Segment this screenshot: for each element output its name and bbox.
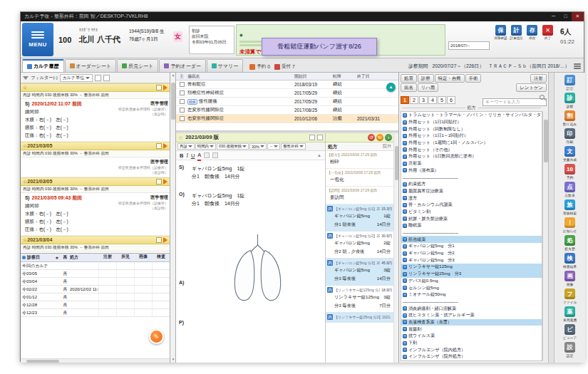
prescription-comment[interactable]: 【訪問】2021/03/09 17:29 前田 要訪問 bbox=[326, 187, 393, 204]
karte-entry-bar[interactable]: ☆ bbox=[21, 83, 170, 92]
tool-strip-button[interactable]: 処 処方歴 bbox=[564, 235, 575, 253]
attribute-select[interactable]: 時間内 bbox=[195, 143, 216, 150]
master-tree-item[interactable]: 抗ウイルス薬 bbox=[401, 333, 542, 340]
tool-strip-button[interactable]: 割 割り込み bbox=[563, 110, 577, 128]
prescription-item[interactable]: 内 【ギャバロン錠5mg 分2】2021/03/09 17… 30.6円 ギャバ… bbox=[326, 232, 393, 259]
menu-button[interactable]: MENU bbox=[22, 23, 53, 56]
attribute-select[interactable]: 再診 bbox=[177, 143, 195, 150]
master-tree-item[interactable]: 外用セット（1日1～2回貼付） bbox=[401, 133, 542, 140]
header-action-button[interactable]: 保 保険確認 bbox=[494, 25, 507, 40]
page-button[interactable]: 5 bbox=[438, 96, 446, 104]
prescription-comment[interactable]: 【処方】2021/03/09 17:29 前田 粉砕 bbox=[326, 151, 393, 169]
page-button[interactable]: 4 bbox=[428, 96, 437, 104]
entry-open-arrow-icon[interactable] bbox=[163, 143, 167, 149]
karte-unit-select[interactable]: カルテ単位 bbox=[60, 74, 93, 82]
tool-strip-button[interactable]: 診 診察 bbox=[564, 93, 575, 110]
page-button[interactable]: 2 bbox=[410, 96, 418, 104]
main-diagnosis-checkbox[interactable] bbox=[180, 90, 185, 95]
visit-history-row[interactable]: 令01/12 再 bbox=[21, 294, 170, 301]
filter-label[interactable]: フィルター(-) bbox=[31, 75, 58, 81]
prescription-action-button[interactable]: ↻ bbox=[376, 134, 383, 141]
master-category-button[interactable]: リハ用 bbox=[418, 83, 438, 92]
prescription-action-button[interactable]: ↺ bbox=[368, 134, 375, 141]
search-icon[interactable] bbox=[540, 95, 545, 100]
view-tab[interactable]: カルテ履歴 bbox=[22, 59, 64, 72]
underline-button[interactable]: U bbox=[191, 151, 195, 160]
scroll-top-button[interactable]: ▲ bbox=[386, 83, 396, 92]
master-category-button[interactable]: 注射 bbox=[530, 74, 547, 83]
star-view-icon[interactable] bbox=[103, 75, 110, 81]
master-category-button[interactable]: 特定・自費 bbox=[435, 74, 465, 83]
scroll-up-icon[interactable]: ▲ bbox=[170, 73, 176, 78]
date-field[interactable]: 2018/07/-- bbox=[448, 41, 490, 50]
visit-history-row[interactable]: 今回のカルテ bbox=[21, 262, 170, 270]
master-tree-item[interactable]: 頻尿・尿失禁治療薬 bbox=[401, 215, 542, 222]
tool-strip-button[interactable]: ビ ビューア bbox=[563, 324, 577, 342]
header-action-button[interactable]: 計 計算指示 bbox=[510, 25, 523, 40]
master-category-button[interactable]: レントゲン bbox=[516, 83, 547, 92]
master-tree-item[interactable]: ────────────────── bbox=[401, 174, 542, 181]
dispense-mode[interactable]: 院外 bbox=[383, 143, 391, 150]
view-tab[interactable]: サマリー bbox=[207, 59, 244, 72]
main-diagnosis-checkbox[interactable] bbox=[180, 99, 185, 104]
master-tree-item[interactable]: インフルエンザ（院内処方） bbox=[401, 346, 542, 353]
prescription-item[interactable]: 内 【リンラキサー錠125mg 分3】2021/03/09 17… 18.9円 … bbox=[326, 286, 393, 313]
karte-horizontal-scrollbar[interactable] bbox=[21, 358, 170, 363]
master-tree-item[interactable]: インフルエンザ（院外処方） bbox=[401, 353, 542, 360]
prescription-action-button[interactable]: ＋ bbox=[385, 134, 392, 141]
master-tree-item[interactable]: ビタミン剤 bbox=[401, 209, 542, 216]
master-tree-item[interactable]: 骨・カルシウム代謝薬 bbox=[401, 202, 542, 209]
prescription-comment[interactable]: 【一包化】2021/03/09 17:29 前田 一包化 bbox=[326, 169, 393, 187]
diagnosis-row[interactable]: 特疾 慢性腰痛 2017/05/29 継続 bbox=[176, 98, 398, 106]
header-action-button[interactable]: 存 保存 bbox=[525, 25, 539, 40]
master-tree-item[interactable]: 血液検査系薬（血漿） bbox=[401, 319, 542, 326]
page-button[interactable]: 1 bbox=[401, 96, 409, 104]
entry-open-arrow-icon[interactable] bbox=[163, 179, 167, 185]
master-tree-item[interactable]: ギャバロン錠5mg 分3 bbox=[401, 256, 542, 264]
italic-button[interactable]: I bbox=[186, 151, 188, 160]
view-tab[interactable]: オーダーシート bbox=[65, 59, 117, 72]
master-tree-item[interactable]: トラムセット・トラマール・ノバミン・リリカ・サインバルタ・タリージェ bbox=[401, 112, 542, 119]
master-tree-item[interactable]: 下剤 bbox=[401, 340, 542, 347]
attribute-select[interactable]: 30% bbox=[249, 143, 267, 150]
maximize-button[interactable]: □ bbox=[559, 12, 572, 21]
tool-strip-button[interactable]: 点 点数表 bbox=[564, 182, 575, 199]
master-category-button[interactable]: 診療 bbox=[418, 74, 434, 83]
entry-doc-icon[interactable] bbox=[156, 179, 162, 185]
master-tree-item[interactable]: ────────────────── bbox=[401, 298, 542, 306]
karte-entry-body[interactable]: 医学管理 特定疾患療養管理料（診療所） （再診時） bbox=[21, 157, 170, 177]
settings-gear-icon[interactable] bbox=[574, 63, 581, 70]
karte-entry-bar[interactable]: ☆2021/03/04 bbox=[21, 236, 170, 244]
master-tree-item[interactable]: 外用セット（その他） bbox=[401, 146, 542, 153]
copy-icon[interactable] bbox=[309, 135, 315, 140]
main-diagnosis-checkbox[interactable] bbox=[180, 108, 185, 113]
master-tree-item[interactable]: 外用セット（1週間に1回・ノルスパン） bbox=[401, 140, 542, 147]
close-button[interactable]: ✕ bbox=[572, 12, 584, 21]
master-tree-item[interactable]: 抗ヒスタミン薬・抗アレルギー薬 bbox=[401, 312, 542, 319]
status-counter[interactable]: 受付 7 bbox=[274, 63, 295, 70]
master-tree-item[interactable]: リンラキサー錠125mg bbox=[401, 264, 542, 271]
soap-editor[interactable]: S) ギャバロン錠5mg 1錠 分1 朝食後 14日分 O) ギャバロン錠5mg… bbox=[176, 160, 325, 363]
view-tab[interactable]: 予約オーダー bbox=[159, 59, 205, 72]
tool-strip-button[interactable]: 画 画像 bbox=[564, 271, 575, 289]
scroll-down-icon[interactable]: ▼ bbox=[170, 357, 176, 363]
karte-vertical-scrollbar[interactable]: ▲ ▼ bbox=[170, 73, 176, 363]
tool-strip-button[interactable]: 検 検査結果 bbox=[563, 253, 577, 271]
bold-button[interactable]: B bbox=[180, 151, 183, 160]
entry-doc-icon[interactable] bbox=[156, 237, 162, 243]
tool-strip-button[interactable]: ！ お知らせ bbox=[563, 217, 577, 235]
tool-strip-button[interactable]: フ ファイル bbox=[563, 289, 577, 306]
tool-strip-button[interactable]: 訂 訂正 bbox=[564, 75, 575, 93]
tool-strip-button[interactable]: 印 印刷 bbox=[564, 128, 575, 146]
tool-strip-button[interactable]: 族 家族検索 bbox=[563, 199, 577, 217]
diagnosis-row[interactable]: 左変形性膝関節症 2017/08/25 継続 bbox=[176, 106, 398, 115]
master-category-button[interactable]: 手術 bbox=[465, 74, 482, 83]
highlight-icon[interactable] bbox=[204, 152, 210, 158]
master-tree-item[interactable]: ギャバロン錠5mg 分1 bbox=[401, 243, 542, 250]
font-color-button[interactable]: A bbox=[197, 150, 201, 161]
tool-strip-button[interactable]: 文 文書作成 bbox=[563, 146, 577, 164]
minimize-button[interactable]: ─ bbox=[547, 12, 559, 21]
view-tab[interactable]: 所見シート bbox=[117, 59, 158, 72]
prescription-scrollbar[interactable] bbox=[393, 133, 398, 363]
diagnosis-row[interactable]: 骨粗鬆症 2018/03/19 継続 bbox=[176, 80, 398, 89]
